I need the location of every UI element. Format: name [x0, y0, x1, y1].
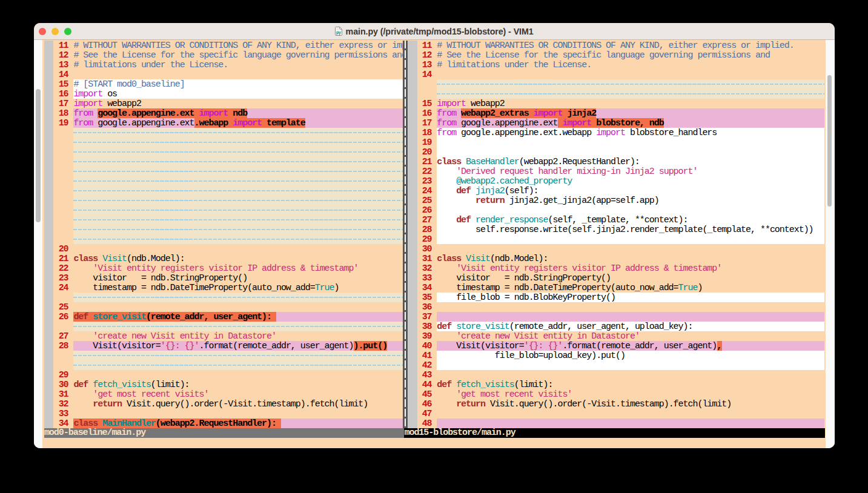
svg-text:py: py: [336, 30, 340, 35]
